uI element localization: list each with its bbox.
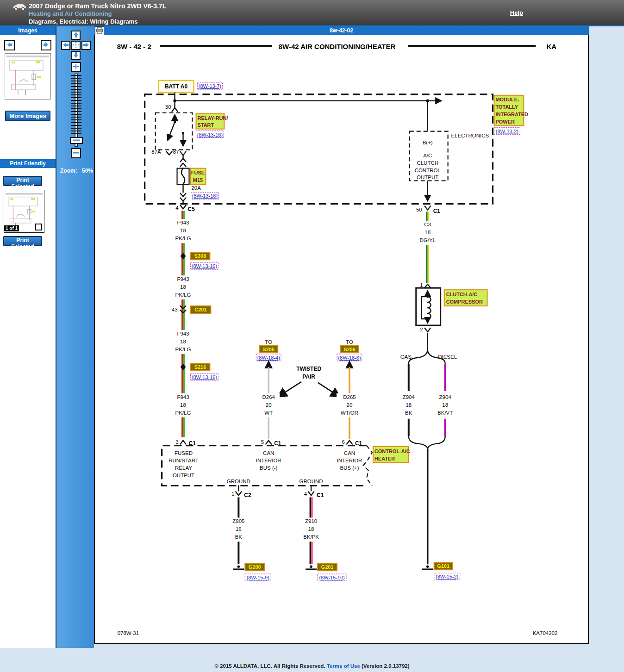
sheet-number: 078W-31: [118, 630, 139, 636]
connector-symbol: [347, 441, 352, 444]
diagram-viewer: 8w-42-02 8W - 42 - 2 8W-42 AIR CONDITION…: [94, 26, 589, 648]
relay-pin87: 87: [173, 149, 179, 155]
select-image-checkbox[interactable]: [35, 224, 42, 230]
svg-text:POWER: POWER: [495, 119, 515, 124]
relay-box: [156, 113, 193, 150]
pan-left-button[interactable]: [61, 41, 70, 50]
splice-s216-label[interactable]: S216: [190, 363, 210, 371]
help-link[interactable]: Help: [510, 9, 523, 16]
wire-label-f943-3: F943 18 PK/LG: [173, 330, 193, 354]
connector-name: C1: [433, 208, 441, 214]
printer-icon: [96, 27, 103, 34]
splice-s308-label[interactable]: S308: [190, 252, 210, 260]
splice-s216-link[interactable]: (8W-13-16): [190, 373, 218, 380]
ground-g101-link[interactable]: (8W-15-2): [434, 573, 460, 580]
relay-armature: [168, 122, 175, 140]
compressor-label[interactable]: CLUTCH-A/C COMPRESSOR: [444, 290, 487, 306]
ground-g201-label[interactable]: G201: [318, 563, 337, 571]
svg-text:PK/LG: PK/LG: [175, 292, 191, 298]
svg-text:COMPRESSOR: COMPRESSOR: [446, 299, 483, 305]
svg-text:S206: S206: [343, 347, 356, 352]
svg-text:S205: S205: [262, 347, 275, 352]
svg-text:18: 18: [424, 230, 431, 235]
module-text: BUS (+): [340, 465, 359, 471]
splice-s308-link[interactable]: (8W-13-16): [190, 262, 218, 269]
breadcrumb: Diagrams, Electrical: Wiring Diagrams: [29, 18, 137, 25]
splice-s206-link[interactable]: (8W-18-6): [337, 354, 362, 361]
svg-text:MODULE-: MODULE-: [495, 97, 519, 102]
wire-chevrons: [181, 185, 186, 205]
more-images-button[interactable]: More Images: [5, 111, 50, 121]
zoom-in-button[interactable]: [71, 62, 81, 72]
svg-text:Z905: Z905: [232, 518, 244, 524]
svg-text:16: 16: [236, 526, 242, 532]
splice-s206-label[interactable]: S206: [340, 346, 359, 353]
ground-g200-link[interactable]: (8W-15-9): [245, 574, 271, 581]
zoom-slider[interactable]: [69, 73, 83, 148]
svg-text:WT/OR: WT/OR: [341, 410, 358, 416]
module-text: INTERIOR: [256, 458, 281, 463]
module-text: INTERIOR: [337, 458, 362, 463]
svg-text:PK/LG: PK/LG: [175, 236, 191, 241]
tipm-label[interactable]: MODULE- TOTALLY INTEGRATED POWER: [494, 95, 528, 126]
svg-text:S308: S308: [194, 253, 206, 259]
app-window: 2007 Dodge or Ram Truck Nitro 2WD V6-3.7…: [0, 0, 624, 672]
compressor-core: [422, 297, 428, 319]
print-friendly-title: Print Friendly: [0, 159, 56, 168]
splice-s205-label[interactable]: S205: [259, 346, 278, 353]
print-preview-thumbnail[interactable]: 1 of 1: [4, 190, 44, 233]
print-selected-button-2[interactable]: Print Selected: [3, 236, 42, 246]
batt-link[interactable]: (8W-13-7): [197, 82, 222, 90]
svg-text:(8W-13-16): (8W-13-16): [197, 132, 223, 137]
splice-dot: [181, 364, 186, 370]
svg-text:INTEGRATED: INTEGRATED: [495, 112, 528, 117]
previous-image-button[interactable]: [4, 40, 15, 50]
pan-center-button[interactable]: [71, 41, 81, 50]
svg-text:PK/LG: PK/LG: [175, 347, 191, 352]
zoom-value: 50%: [82, 168, 93, 174]
compressor-coil: [428, 297, 431, 319]
wire-z904-gas: [408, 364, 410, 391]
control-module-label[interactable]: CONTROL-A/C- HEATER: [373, 447, 412, 463]
ground-g101-label[interactable]: G101: [434, 562, 453, 570]
connector-symbol: [167, 152, 172, 155]
connector-symbol: [181, 205, 186, 209]
wire-label-f943-2: F943 18 PK/LG: [173, 275, 193, 299]
pin-number: 43: [172, 307, 178, 312]
ground-g201-link[interactable]: (8W-15-10): [318, 574, 346, 581]
diagram-title: 8W-42 AIR CONDITIONING/HEATER: [279, 43, 396, 50]
wire-label-z904-gas: Z904 18 BK: [403, 394, 415, 416]
relay-label[interactable]: RELAY-RUN/ START: [196, 114, 228, 129]
images-sidebar: Images: [0, 26, 56, 648]
splice-s205-link[interactable]: (8W-18-4): [256, 354, 281, 361]
pan-down-button[interactable]: [71, 51, 81, 60]
next-image-button[interactable]: [41, 40, 51, 50]
output-label: OUTPUT: [417, 174, 438, 180]
wire-label-f943-4: F943 18 PK/LG: [173, 393, 193, 417]
connector-symbol: [425, 284, 431, 287]
print-selected-button[interactable]: Print Selected: [3, 176, 42, 186]
connector-c201-label[interactable]: C201: [190, 306, 211, 313]
ground-g200-label[interactable]: G200: [245, 563, 264, 571]
vehicle-subtitle[interactable]: Heating and Air Conditioning: [29, 10, 112, 17]
wire-label-z910: Z910 18 BK/PK: [300, 517, 322, 541]
pan-up-button[interactable]: [71, 31, 81, 40]
twisted-pair-pointer: [318, 383, 339, 397]
plus-icon: [73, 63, 79, 70]
diagram-thumbnail[interactable]: [5, 53, 51, 100]
tipm-link[interactable]: (8W-13-2): [494, 128, 520, 135]
relay-link[interactable]: (8W-13-16): [196, 131, 224, 138]
svg-text:F943: F943: [177, 331, 189, 336]
print-page-icon[interactable]: [95, 26, 104, 35]
svg-text:18: 18: [180, 339, 186, 344]
pan-right-button[interactable]: [81, 41, 91, 50]
module-text: RELAY: [175, 465, 192, 471]
slider-handle[interactable]: [70, 137, 82, 143]
svg-text:18: 18: [442, 402, 448, 408]
fuse-label[interactable]: FUSE M15: [190, 168, 206, 185]
zoom-out-button[interactable]: [71, 148, 81, 158]
terms-of-use-link[interactable]: Terms of Use: [327, 663, 360, 669]
relay-pin30: 30: [165, 104, 171, 110]
fuse-link[interactable]: (8W-13-16): [191, 192, 218, 199]
bplus-label: B(+): [423, 140, 433, 145]
